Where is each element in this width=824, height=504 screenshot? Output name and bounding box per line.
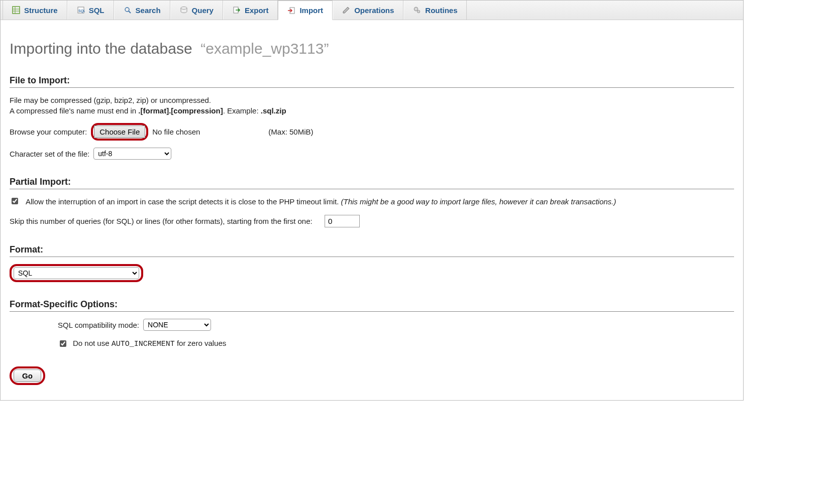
section-file-to-import: File to Import: File may be compressed (… bbox=[10, 75, 734, 160]
highlight-go: Go bbox=[10, 366, 45, 385]
sql-icon: SQL bbox=[77, 6, 85, 14]
export-icon bbox=[233, 6, 241, 14]
svg-line-7 bbox=[129, 11, 131, 13]
auto-increment-checkbox[interactable] bbox=[60, 340, 66, 347]
import-icon bbox=[287, 7, 295, 15]
tab-label: SQL bbox=[89, 6, 105, 15]
tab-label: Import bbox=[299, 6, 323, 15]
routines-icon bbox=[413, 6, 421, 14]
section-format: Format: SQL bbox=[10, 244, 734, 282]
tab-sql[interactable]: SQL SQL bbox=[67, 1, 114, 20]
tab-label: Search bbox=[136, 6, 161, 15]
tab-bar: Structure SQL SQL Search Query Export bbox=[1, 1, 743, 20]
search-icon bbox=[124, 6, 132, 14]
database-name: example_wp3113 bbox=[205, 40, 324, 57]
section-heading: Format: bbox=[10, 244, 734, 257]
page-title: Importing into the database “example_wp3… bbox=[10, 40, 734, 57]
compat-label: SQL compatibility mode: bbox=[58, 321, 139, 329]
section-heading: Partial Import: bbox=[10, 177, 734, 189]
svg-point-14 bbox=[419, 11, 420, 12]
tab-structure[interactable]: Structure bbox=[3, 1, 67, 20]
tab-operations[interactable]: Operations bbox=[333, 1, 403, 20]
tab-search[interactable]: Search bbox=[114, 1, 170, 20]
highlight-format: SQL bbox=[10, 264, 143, 282]
compat-select[interactable]: NONE bbox=[143, 319, 211, 331]
allow-interruption-text: Allow the interruption of an import in c… bbox=[26, 196, 616, 207]
no-file-text: No file chosen bbox=[152, 128, 200, 136]
go-button[interactable]: Go bbox=[14, 369, 41, 382]
browse-label: Browse your computer: bbox=[10, 128, 87, 136]
tab-query[interactable]: Query bbox=[170, 1, 223, 20]
highlight-choose-file: Choose File bbox=[91, 123, 148, 141]
query-icon bbox=[180, 6, 188, 14]
section-format-options: Format-Specific Options: SQL compatibili… bbox=[10, 299, 734, 349]
tab-export[interactable]: Export bbox=[223, 1, 278, 20]
skip-queries-label: Skip this number of queries (for SQL) or… bbox=[10, 217, 313, 225]
allow-interruption-checkbox[interactable] bbox=[12, 198, 18, 204]
structure-icon bbox=[12, 6, 20, 14]
operations-icon bbox=[342, 6, 350, 14]
charset-label: Character set of the file: bbox=[10, 150, 89, 158]
svg-point-8 bbox=[181, 7, 187, 10]
svg-point-13 bbox=[416, 9, 417, 10]
max-size-text: (Max: 50MiB) bbox=[268, 128, 313, 136]
section-partial-import: Partial Import: Allow the interruption o… bbox=[10, 177, 734, 227]
section-heading: Format-Specific Options: bbox=[10, 299, 734, 312]
tab-label: Query bbox=[192, 6, 214, 15]
format-select[interactable]: SQL bbox=[14, 267, 139, 279]
tab-label: Export bbox=[245, 6, 269, 15]
charset-select[interactable]: utf-8 bbox=[93, 148, 171, 160]
section-heading: File to Import: bbox=[10, 75, 734, 88]
compression-hint: File may be compressed (gzip, bzip2, zip… bbox=[10, 95, 734, 116]
tab-label: Routines bbox=[425, 6, 457, 15]
svg-point-6 bbox=[125, 8, 129, 12]
title-prefix: Importing into the database bbox=[10, 40, 192, 57]
submit-area: Go bbox=[10, 366, 734, 385]
auto-increment-text: Do not use AUTO_INCREMENT for zero value… bbox=[73, 338, 226, 349]
svg-text:SQL: SQL bbox=[78, 9, 85, 13]
choose-file-button[interactable]: Choose File bbox=[94, 125, 145, 138]
skip-queries-input[interactable] bbox=[325, 215, 360, 227]
tab-label: Operations bbox=[354, 6, 394, 15]
tab-routines[interactable]: Routines bbox=[403, 1, 467, 20]
svg-rect-0 bbox=[13, 7, 20, 14]
tab-import[interactable]: Import bbox=[278, 1, 333, 20]
tab-label: Structure bbox=[24, 6, 58, 15]
